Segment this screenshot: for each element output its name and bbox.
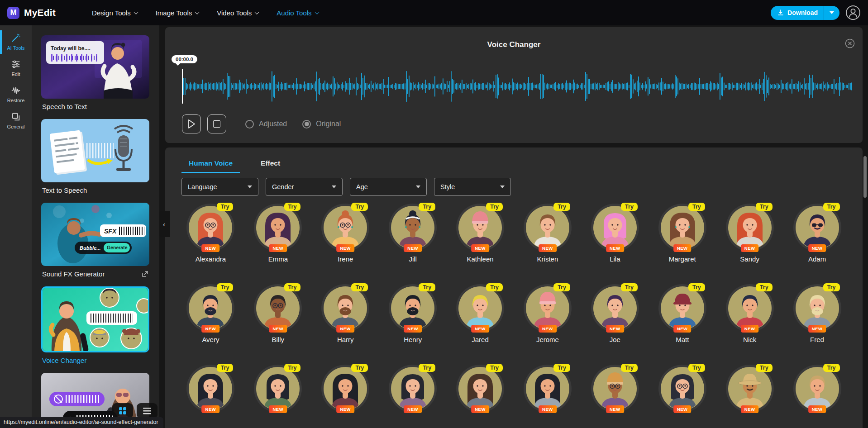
tab-effect[interactable]: Effect (260, 159, 281, 173)
voice-card[interactable]: TryNEWIrene (321, 204, 369, 263)
try-badge[interactable]: Try (284, 283, 301, 291)
voice-card[interactable]: TryNEWMargaret (658, 204, 706, 263)
voice-avatar[interactable] (256, 286, 300, 330)
myedit-logo-icon[interactable]: M (7, 7, 19, 19)
voice-avatar[interactable] (256, 206, 300, 249)
filter-language[interactable]: Language (181, 178, 258, 196)
rail-item-ai-tools[interactable]: AI Tools (0, 29, 32, 55)
voice-card[interactable]: TryNEW (793, 365, 841, 424)
try-badge[interactable]: Try (756, 364, 773, 372)
voice-avatar[interactable] (796, 367, 839, 410)
voice-avatar[interactable] (526, 367, 569, 410)
download-button[interactable]: Download (771, 6, 839, 20)
close-button[interactable] (844, 38, 855, 49)
rail-item-general[interactable]: General (0, 108, 32, 134)
try-badge[interactable]: Try (351, 283, 368, 291)
voice-card[interactable]: TryNEWEmma (254, 204, 302, 263)
try-badge[interactable]: Try (553, 203, 570, 211)
try-badge[interactable]: Try (756, 283, 773, 291)
voice-card[interactable]: TryNEWAlexandra (186, 204, 234, 263)
voice-avatar[interactable] (391, 286, 434, 330)
voice-avatar[interactable] (796, 206, 839, 249)
voice-avatar[interactable] (593, 206, 637, 249)
voice-card[interactable]: TryNEW (726, 365, 774, 424)
nav-audio-tools[interactable]: Audio Tools (277, 9, 318, 17)
scrollbar-thumb[interactable] (863, 156, 867, 198)
stop-button[interactable] (207, 114, 226, 133)
filter-gender[interactable]: Gender (266, 178, 343, 196)
voice-card[interactable]: TryNEWSandy (726, 204, 774, 263)
download-main[interactable]: Download (771, 9, 824, 16)
voice-avatar[interactable] (593, 286, 637, 330)
try-badge[interactable]: Try (688, 203, 705, 211)
nav-image-tools[interactable]: Image Tools (156, 9, 199, 17)
voice-avatar[interactable] (661, 286, 704, 330)
try-badge[interactable]: Try (419, 203, 435, 211)
voice-avatar[interactable] (324, 367, 367, 410)
voice-card[interactable]: TryNEWBilly (254, 284, 302, 344)
voice-card[interactable]: TryNEWKristen (524, 204, 572, 263)
voice-avatar[interactable] (728, 286, 772, 330)
voice-card[interactable]: TryNEWFred (793, 284, 841, 344)
voice-card[interactable]: TryNEW (456, 365, 504, 424)
voice-card[interactable]: TryNEWAdam (793, 204, 841, 263)
voice-card[interactable]: TryNEWHenry (389, 284, 437, 344)
voice-card[interactable]: TryNEWNick (726, 284, 774, 344)
voice-avatar[interactable] (256, 367, 300, 410)
download-options-button[interactable] (824, 11, 839, 14)
try-badge[interactable]: Try (756, 203, 773, 211)
voice-avatar[interactable] (391, 367, 434, 410)
external-link-icon[interactable] (142, 271, 148, 277)
voice-card[interactable]: TryNEWHarry (321, 284, 369, 344)
voice-avatar[interactable] (661, 206, 704, 249)
voice-card[interactable]: TryNEW (186, 365, 234, 424)
voice-card[interactable]: TryNEWJared (456, 284, 504, 344)
try-badge[interactable]: Try (553, 283, 570, 291)
grid-view-button[interactable] (112, 403, 133, 418)
voice-avatar[interactable] (593, 367, 637, 410)
try-badge[interactable]: Try (419, 283, 435, 291)
playhead-line[interactable] (182, 69, 183, 104)
try-badge[interactable]: Try (486, 203, 503, 211)
filter-age[interactable]: Age (350, 178, 427, 196)
voice-avatar[interactable] (661, 367, 704, 410)
voice-card[interactable]: TryNEW (591, 365, 639, 424)
try-badge[interactable]: Try (217, 283, 234, 291)
play-button[interactable] (182, 114, 201, 133)
voice-avatar[interactable] (728, 206, 772, 249)
rail-item-restore[interactable]: Restore (0, 81, 32, 108)
try-badge[interactable]: Try (553, 364, 570, 372)
voice-avatar[interactable] (189, 286, 232, 330)
try-badge[interactable]: Try (688, 283, 705, 291)
voice-card[interactable]: TryNEWJerome (524, 284, 572, 344)
radio-original[interactable]: Original (302, 120, 341, 128)
collapse-panel-button[interactable]: ‹ (158, 211, 170, 237)
voice-avatar[interactable] (526, 286, 569, 330)
voice-avatar[interactable] (324, 206, 367, 249)
voice-avatar[interactable] (391, 206, 434, 249)
nav-design-tools[interactable]: Design Tools (92, 9, 138, 17)
voice-avatar[interactable] (189, 206, 232, 249)
voice-avatar[interactable] (728, 367, 772, 410)
voice-card[interactable]: TryNEW (389, 365, 437, 424)
voice-avatar[interactable] (458, 206, 502, 249)
voice-avatar[interactable] (458, 286, 502, 330)
speech-to-text-thumbnail[interactable]: Today will be.... (41, 35, 149, 99)
voice-card[interactable]: TryNEWJill (389, 204, 437, 263)
voice-card[interactable]: TryNEW (321, 365, 369, 424)
text-to-speech-thumbnail[interactable] (41, 119, 149, 182)
try-badge[interactable]: Try (486, 283, 503, 291)
list-view-button[interactable] (137, 403, 157, 418)
try-badge[interactable]: Try (621, 364, 638, 372)
filter-style[interactable]: Style (434, 178, 511, 196)
voice-avatar[interactable] (189, 367, 232, 410)
voice-avatar[interactable] (796, 286, 839, 330)
try-badge[interactable]: Try (621, 203, 638, 211)
try-badge[interactable]: Try (217, 364, 234, 372)
tab-human-voice[interactable]: Human Voice (181, 159, 240, 173)
audio-waveform[interactable] (182, 69, 853, 104)
voice-card[interactable]: TryNEWMatt (658, 284, 706, 344)
radio-adjusted[interactable]: Adjusted (245, 120, 287, 128)
try-badge[interactable]: Try (486, 364, 503, 372)
try-badge[interactable]: Try (823, 283, 840, 291)
